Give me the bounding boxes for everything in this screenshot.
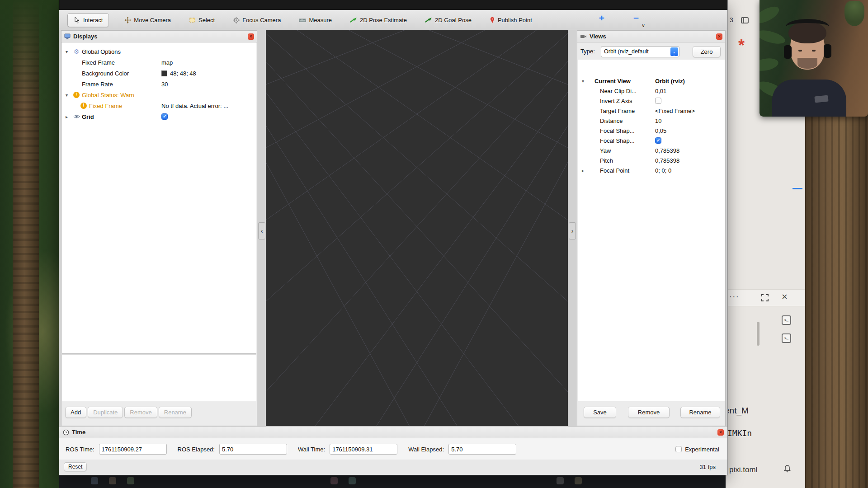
window-titlebar[interactable] (59, 0, 727, 10)
view-row-focal-point[interactable]: ▸ Focal Point 0; 0; 0 (578, 165, 725, 175)
enabled-checkbox[interactable] (161, 113, 168, 120)
save-view-button[interactable]: Save (584, 407, 616, 418)
dock-icon[interactable] (127, 477, 134, 484)
close-panel-button[interactable] (248, 33, 254, 40)
remove-tool-button[interactable]: − (631, 13, 642, 23)
view-row-invert-z[interactable]: Invert Z Axis (578, 96, 725, 106)
rename-view-button[interactable]: Rename (680, 407, 720, 418)
expander-caret[interactable]: ▾ (62, 93, 72, 98)
scrollbar-thumb[interactable] (757, 322, 760, 346)
property-value[interactable]: 0,01 (655, 88, 723, 94)
tree-row-global-status[interactable]: ▾ Global Status: Warn (62, 89, 256, 100)
tool-label: Focus Camera (242, 17, 281, 23)
view-row-pitch[interactable]: Pitch 0,785398 (578, 155, 725, 165)
fullscreen-icon[interactable] (761, 294, 769, 302)
tool-measure[interactable]: Measure (296, 14, 335, 27)
property-value[interactable]: 0,785398 (655, 157, 723, 164)
property-name: Grid (81, 113, 94, 120)
add-display-button[interactable]: Add (65, 407, 86, 418)
bell-icon[interactable] (783, 465, 791, 473)
dock-icon[interactable] (575, 477, 582, 484)
close-icon[interactable]: × (782, 291, 788, 303)
expander-caret[interactable]: ▸ (62, 114, 72, 119)
invert-z-checkbox[interactable] (655, 98, 661, 104)
more-options-icon[interactable]: ... (729, 289, 740, 300)
property-value[interactable]: 10 (655, 117, 723, 124)
tree-row-status-fixed-frame[interactable]: Fixed Frame No tf data. Actual error: ..… (62, 100, 256, 111)
warning-icon (72, 92, 81, 98)
terminal-icon[interactable] (782, 333, 791, 343)
terminal-icon[interactable] (782, 315, 791, 325)
tree-row-background-color[interactable]: Background Color 48; 48; 48 (62, 68, 256, 79)
dock-icon[interactable] (91, 477, 98, 484)
reset-button[interactable]: Reset (64, 462, 87, 471)
duplicate-display-button[interactable]: Duplicate (88, 407, 123, 418)
red-pin-icon (490, 17, 495, 23)
dock-icon[interactable] (557, 477, 564, 484)
editor-text-fragment: ent_M (725, 406, 749, 416)
tool-interact[interactable]: Interact (67, 13, 109, 27)
property-value[interactable]: 30 (161, 81, 255, 88)
view-type-dropdown[interactable]: Orbit (rviz_default (601, 46, 679, 57)
expander-caret[interactable]: ▾ (62, 49, 72, 54)
focal-shape-checkbox[interactable] (655, 137, 661, 144)
sidebar-toggle-icon[interactable] (741, 17, 749, 23)
rename-display-button[interactable]: Rename (159, 407, 192, 418)
render-viewport[interactable] (266, 30, 568, 426)
view-row-yaw[interactable]: Yaw 0,785398 (578, 145, 725, 155)
property-name: Fixed Frame (88, 103, 122, 109)
view-row-near-clip[interactable]: Near Clip Di... 0,01 (578, 86, 725, 96)
tool-2d-goal-pose[interactable]: 2D Goal Pose (422, 14, 474, 27)
dock-icon[interactable] (109, 477, 116, 484)
property-value[interactable]: map (161, 59, 255, 66)
tool-publish-point[interactable]: Publish Point (487, 14, 535, 27)
dock-icon[interactable] (330, 477, 338, 484)
ros-elapsed-label: ROS Elapsed: (178, 446, 215, 453)
panel-title: Time (72, 429, 715, 436)
remove-view-button[interactable]: Remove (628, 407, 670, 418)
ros-elapsed-input[interactable] (219, 444, 287, 455)
tool-move-camera[interactable]: Move Camera (122, 14, 174, 27)
view-row-target-frame[interactable]: Target Frame <Fixed Frame> (578, 106, 725, 116)
collapse-right-panel-handle[interactable]: › (569, 222, 576, 239)
property-value[interactable]: 48; 48; 48 (161, 70, 255, 77)
expander-caret[interactable]: ▾ (578, 79, 586, 84)
close-panel-button[interactable] (717, 429, 724, 436)
property-value[interactable]: <Fixed Frame> (655, 108, 723, 114)
experimental-checkbox[interactable] (675, 446, 682, 452)
property-value[interactable]: 0; 0; 0 (655, 167, 723, 174)
property-value[interactable]: 0,785398 (655, 147, 723, 154)
views-panel-header[interactable]: Views (577, 31, 725, 42)
wall-time-input[interactable] (330, 444, 397, 455)
time-panel: Time ROS Time: ROS Elapsed: Wall Time: W… (59, 426, 727, 460)
tool-select[interactable]: Select (186, 14, 217, 27)
tree-row-global-options[interactable]: ▾ ⚙ Global Options (62, 46, 256, 57)
tool-2d-pose-estimate[interactable]: 2D Pose Estimate (347, 14, 410, 27)
zero-button[interactable]: Zero (693, 46, 721, 57)
file-tab-pixi-toml[interactable]: pixi.toml (729, 465, 757, 474)
collapse-left-panel-handle[interactable]: ‹ (258, 222, 265, 239)
dropdown-stepper-icon[interactable] (670, 47, 678, 56)
displays-panel-header[interactable]: Displays (61, 31, 257, 42)
remove-display-button[interactable]: Remove (124, 407, 157, 418)
tool-focus-camera[interactable]: Focus Camera (230, 14, 283, 27)
time-panel-header[interactable]: Time (59, 427, 727, 438)
close-panel-button[interactable] (716, 33, 722, 40)
expander-caret[interactable]: ▸ (578, 168, 586, 173)
dock-bar (59, 474, 727, 488)
view-row-distance[interactable]: Distance 10 (578, 116, 725, 126)
view-row-focal-shape-size[interactable]: Focal Shap... 0,05 (578, 126, 725, 136)
tool-label: Measure (309, 17, 332, 23)
wall-elapsed-input[interactable] (448, 444, 516, 455)
view-row-focal-shape-fixed[interactable]: Focal Shap... (578, 136, 725, 145)
chevron-down-icon[interactable]: ∨ (642, 23, 645, 28)
tree-row-grid[interactable]: ▸ Grid (62, 111, 256, 122)
ros-time-input[interactable] (99, 444, 167, 455)
plant-leaf (760, 28, 787, 46)
add-tool-button[interactable]: + (596, 13, 607, 23)
dock-icon[interactable] (349, 477, 356, 484)
tree-row-frame-rate[interactable]: Frame Rate 30 (62, 79, 256, 89)
view-row-current-view[interactable]: ▾ Current View Orbit (rviz) (578, 76, 725, 86)
property-value[interactable]: 0,05 (655, 127, 723, 134)
tree-row-fixed-frame[interactable]: Fixed Frame map (62, 57, 256, 68)
